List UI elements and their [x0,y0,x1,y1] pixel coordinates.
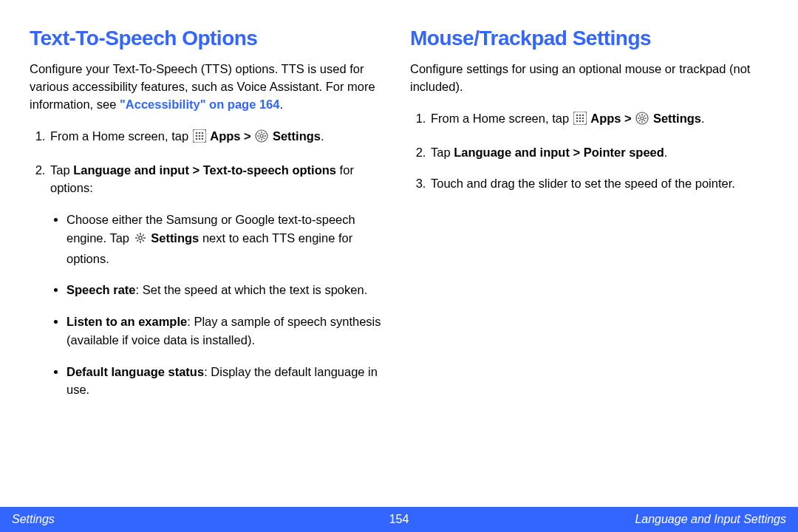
text: : Set the speed at which the text is spo… [136,283,368,296]
right-column: Mouse/Trackpad Settings Configure settin… [410,27,768,502]
apps-icon [573,112,587,130]
svg-point-38 [582,120,584,123]
page-footer: Settings 154 Language and Input Settings [0,507,798,532]
accessibility-link[interactable]: "Accessibility" on page 164 [120,98,279,111]
svg-line-48 [644,115,646,117]
svg-line-26 [142,240,143,242]
svg-point-7 [195,137,197,140]
text: Tap [50,163,73,177]
svg-point-37 [579,120,581,123]
mouse-intro: Configure settings for using an optional… [410,61,768,96]
text: Settings [273,129,321,143]
text: From a Home screen, tap [431,112,573,125]
apps-icon [193,129,206,148]
svg-point-30 [576,115,578,117]
svg-line-46 [644,120,646,121]
text: Speech rate [66,283,136,296]
tts-intro: Configure your Text-To-Speech (TTS) opti… [30,61,388,114]
svg-point-2 [198,132,200,134]
text: Settings [653,112,701,125]
svg-point-9 [201,137,203,140]
tts-heading: Text-To-Speech Options [30,27,388,50]
svg-point-40 [641,117,644,120]
svg-point-4 [195,134,197,137]
svg-line-17 [264,137,265,139]
text: Language and input > Pointer speed [454,146,664,159]
left-column: Text-To-Speech Options Configure your Te… [30,27,388,502]
svg-point-1 [195,132,197,134]
svg-point-6 [201,134,203,137]
list-item: Tap Language and input > Text-to-speech … [49,161,388,400]
mouse-steps: From a Home screen, tap Apps > Settings.… [410,109,768,193]
svg-line-28 [142,234,143,236]
gear-icon [255,129,268,148]
svg-point-3 [201,132,203,134]
list-item: Default language status: Display the def… [66,363,388,400]
svg-point-36 [576,120,578,123]
page-number: 154 [389,513,409,526]
text: Default language status [66,365,204,378]
svg-point-32 [582,115,584,117]
gear-icon [134,231,147,250]
svg-line-45 [639,115,641,117]
text: Listen to an example [66,315,187,328]
list-item: Touch and drag the slider to set the spe… [429,174,768,193]
svg-point-11 [260,134,263,137]
list-item: Listen to an example: Play a sample of s… [66,313,388,349]
text: . [321,129,324,143]
list-item: Speech rate: Set the speed at which the … [66,281,388,299]
svg-line-19 [264,133,265,134]
svg-point-31 [579,115,581,117]
text: . [701,112,705,125]
gear-icon [635,112,649,130]
footer-left: Settings [12,513,55,526]
text: Apps > [210,129,254,143]
svg-point-5 [198,134,200,137]
text: . [664,146,668,159]
svg-line-25 [137,234,138,236]
text: Tap [431,146,454,159]
tts-bullets: Choose either the Samsung or Google text… [50,211,388,399]
text: Apps > [590,112,635,125]
list-item: From a Home screen, tap Apps > Settings. [49,127,388,148]
svg-point-8 [198,137,200,140]
mouse-heading: Mouse/Trackpad Settings [410,27,768,50]
text: From a Home screen, tap [50,129,192,143]
svg-point-20 [138,236,141,239]
text: Settings [151,231,199,245]
svg-point-33 [576,117,578,120]
footer-right: Language and Input Settings [635,513,786,526]
svg-line-18 [259,137,260,139]
text: Language and input > Text-to-speech opti… [73,163,336,177]
svg-point-34 [579,117,581,120]
svg-point-35 [582,117,584,120]
text: . [279,98,283,111]
list-item: Tap Language and input > Pointer speed. [429,143,768,162]
list-item: From a Home screen, tap Apps > Settings. [429,109,768,130]
svg-line-47 [639,120,641,121]
svg-line-16 [259,133,260,134]
list-item: Choose either the Samsung or Google text… [66,211,388,267]
tts-steps: From a Home screen, tap Apps > Settings.… [30,127,388,399]
svg-line-27 [137,240,138,242]
